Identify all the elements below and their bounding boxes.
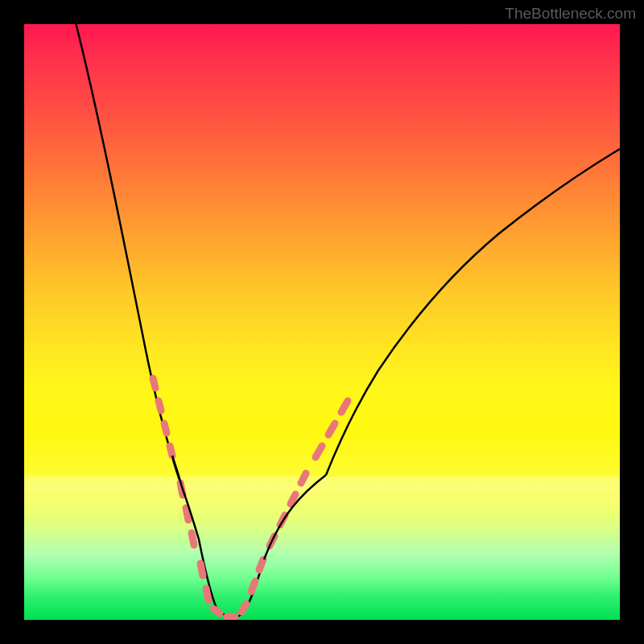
watermark-text: TheBottleneck.com [505,5,636,23]
svg-line-19 [328,423,335,435]
svg-line-16 [291,494,295,504]
svg-line-17 [301,473,306,483]
svg-line-9 [213,609,220,613]
svg-line-20 [341,401,348,412]
svg-line-1 [159,401,161,411]
svg-line-7 [200,564,203,576]
svg-line-18 [316,446,322,457]
dotted-overlay-left-upper [153,378,172,456]
svg-line-3 [170,446,172,456]
chart-plot-area [24,24,620,620]
svg-line-12 [251,581,255,592]
svg-line-11 [242,604,246,612]
curve-connector-right [264,475,326,559]
svg-line-6 [192,533,194,545]
bottleneck-curve [24,24,620,620]
svg-line-8 [206,588,208,601]
dotted-overlay-right-upper [316,401,348,457]
svg-line-2 [164,423,167,433]
curve-right-branch [326,149,620,475]
svg-line-0 [153,378,155,388]
svg-line-13 [259,559,263,570]
curve-left-branch [74,24,183,489]
svg-line-5 [186,508,188,520]
